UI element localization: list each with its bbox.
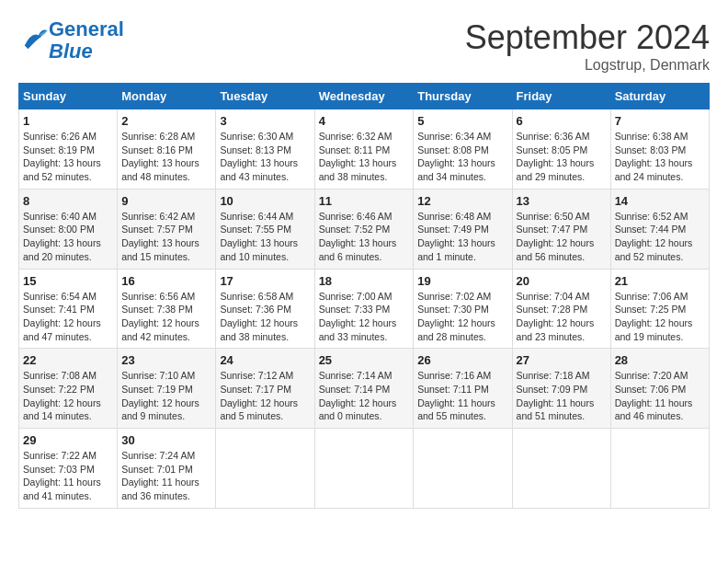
calendar-cell: 11Sunrise: 6:46 AM Sunset: 7:52 PM Dayli… <box>314 189 414 269</box>
day-info: Sunrise: 7:10 AM Sunset: 7:19 PM Dayligh… <box>121 369 211 423</box>
calendar-cell: 26Sunrise: 7:16 AM Sunset: 7:11 PM Dayli… <box>414 349 512 429</box>
day-number: 6 <box>517 114 607 128</box>
weekday-header-row: SundayMondayTuesdayWednesdayThursdayFrid… <box>19 84 710 109</box>
day-info: Sunrise: 6:48 AM Sunset: 7:49 PM Dayligh… <box>417 210 507 264</box>
calendar-cell: 20Sunrise: 7:04 AM Sunset: 7:28 PM Dayli… <box>512 269 610 349</box>
month-title: September 2024 <box>465 18 710 57</box>
day-number: 13 <box>517 194 607 208</box>
page-header: General Blue September 2024 Logstrup, De… <box>18 18 710 74</box>
calendar-week-4: 22Sunrise: 7:08 AM Sunset: 7:22 PM Dayli… <box>19 349 710 429</box>
title-block: September 2024 Logstrup, Denmark <box>465 18 710 74</box>
day-number: 28 <box>615 353 705 367</box>
day-number: 29 <box>23 433 113 447</box>
day-info: Sunrise: 7:22 AM Sunset: 7:03 PM Dayligh… <box>23 449 113 503</box>
day-number: 8 <box>23 194 113 208</box>
day-number: 22 <box>23 353 113 367</box>
day-number: 3 <box>220 114 310 128</box>
day-number: 10 <box>220 194 310 208</box>
calendar-cell: 25Sunrise: 7:14 AM Sunset: 7:14 PM Dayli… <box>314 349 414 429</box>
calendar-cell: 15Sunrise: 6:54 AM Sunset: 7:41 PM Dayli… <box>19 269 118 349</box>
calendar-week-1: 1Sunrise: 6:26 AM Sunset: 8:19 PM Daylig… <box>19 109 710 190</box>
day-number: 25 <box>319 353 410 367</box>
weekday-header-tuesday: Tuesday <box>216 84 314 109</box>
day-info: Sunrise: 7:24 AM Sunset: 7:01 PM Dayligh… <box>121 449 211 503</box>
logo-blue: Blue <box>49 40 93 63</box>
weekday-header-saturday: Saturday <box>610 84 709 109</box>
day-number: 30 <box>121 433 211 447</box>
weekday-header-friday: Friday <box>512 84 610 109</box>
logo-general: General <box>49 17 124 40</box>
calendar-cell: 5Sunrise: 6:34 AM Sunset: 8:08 PM Daylig… <box>414 109 512 190</box>
calendar-cell: 18Sunrise: 7:00 AM Sunset: 7:33 PM Dayli… <box>314 269 414 349</box>
day-info: Sunrise: 7:12 AM Sunset: 7:17 PM Dayligh… <box>220 369 310 423</box>
day-number: 20 <box>517 274 607 288</box>
calendar-cell: 6Sunrise: 6:36 AM Sunset: 8:05 PM Daylig… <box>512 109 610 190</box>
calendar-cell: 17Sunrise: 6:58 AM Sunset: 7:36 PM Dayli… <box>216 269 314 349</box>
day-number: 11 <box>319 194 410 208</box>
day-info: Sunrise: 6:26 AM Sunset: 8:19 PM Dayligh… <box>23 130 113 184</box>
location: Logstrup, Denmark <box>465 57 710 74</box>
day-number: 14 <box>615 194 705 208</box>
day-info: Sunrise: 6:38 AM Sunset: 8:03 PM Dayligh… <box>615 130 705 184</box>
day-info: Sunrise: 7:16 AM Sunset: 7:11 PM Dayligh… <box>417 369 507 423</box>
day-number: 18 <box>319 274 410 288</box>
calendar-cell <box>414 429 512 509</box>
day-number: 1 <box>23 114 113 128</box>
calendar-cell: 3Sunrise: 6:30 AM Sunset: 8:13 PM Daylig… <box>216 109 314 190</box>
day-number: 15 <box>23 274 113 288</box>
day-number: 27 <box>517 353 607 367</box>
day-info: Sunrise: 6:46 AM Sunset: 7:52 PM Dayligh… <box>319 210 410 264</box>
day-info: Sunrise: 6:40 AM Sunset: 8:00 PM Dayligh… <box>23 210 113 264</box>
day-info: Sunrise: 6:34 AM Sunset: 8:08 PM Dayligh… <box>417 130 507 184</box>
day-info: Sunrise: 7:04 AM Sunset: 7:28 PM Dayligh… <box>517 290 607 344</box>
calendar-cell <box>610 429 709 509</box>
calendar-cell: 22Sunrise: 7:08 AM Sunset: 7:22 PM Dayli… <box>19 349 118 429</box>
day-info: Sunrise: 7:02 AM Sunset: 7:30 PM Dayligh… <box>417 290 507 344</box>
calendar-cell <box>216 429 314 509</box>
calendar-cell: 14Sunrise: 6:52 AM Sunset: 7:44 PM Dayli… <box>610 189 709 269</box>
day-info: Sunrise: 6:36 AM Sunset: 8:05 PM Dayligh… <box>517 130 607 184</box>
day-number: 23 <box>121 353 211 367</box>
calendar-cell: 27Sunrise: 7:18 AM Sunset: 7:09 PM Dayli… <box>512 349 610 429</box>
day-number: 4 <box>319 114 410 128</box>
day-info: Sunrise: 7:14 AM Sunset: 7:14 PM Dayligh… <box>319 369 410 423</box>
calendar-cell: 19Sunrise: 7:02 AM Sunset: 7:30 PM Dayli… <box>414 269 512 349</box>
calendar-cell: 21Sunrise: 7:06 AM Sunset: 7:25 PM Dayli… <box>610 269 709 349</box>
day-info: Sunrise: 6:44 AM Sunset: 7:55 PM Dayligh… <box>220 210 310 264</box>
weekday-header-wednesday: Wednesday <box>314 84 414 109</box>
day-info: Sunrise: 6:32 AM Sunset: 8:11 PM Dayligh… <box>319 130 410 184</box>
calendar-cell: 23Sunrise: 7:10 AM Sunset: 7:19 PM Dayli… <box>118 349 216 429</box>
calendar-cell: 9Sunrise: 6:42 AM Sunset: 7:57 PM Daylig… <box>118 189 216 269</box>
calendar-cell: 24Sunrise: 7:12 AM Sunset: 7:17 PM Dayli… <box>216 349 314 429</box>
logo: General Blue <box>18 18 124 63</box>
day-number: 12 <box>417 194 507 208</box>
calendar-week-3: 15Sunrise: 6:54 AM Sunset: 7:41 PM Dayli… <box>19 269 710 349</box>
calendar-cell <box>314 429 414 509</box>
day-info: Sunrise: 6:58 AM Sunset: 7:36 PM Dayligh… <box>220 290 310 344</box>
calendar-cell: 30Sunrise: 7:24 AM Sunset: 7:01 PM Dayli… <box>118 429 216 509</box>
day-info: Sunrise: 7:18 AM Sunset: 7:09 PM Dayligh… <box>517 369 607 423</box>
day-number: 2 <box>121 114 211 128</box>
day-number: 7 <box>615 114 705 128</box>
day-info: Sunrise: 6:54 AM Sunset: 7:41 PM Dayligh… <box>23 290 113 344</box>
calendar-cell: 2Sunrise: 6:28 AM Sunset: 8:16 PM Daylig… <box>118 109 216 190</box>
day-info: Sunrise: 7:08 AM Sunset: 7:22 PM Dayligh… <box>23 369 113 423</box>
day-number: 17 <box>220 274 310 288</box>
weekday-header-monday: Monday <box>118 84 216 109</box>
day-number: 26 <box>417 353 507 367</box>
day-info: Sunrise: 7:00 AM Sunset: 7:33 PM Dayligh… <box>319 290 410 344</box>
day-info: Sunrise: 6:42 AM Sunset: 7:57 PM Dayligh… <box>121 210 211 264</box>
calendar-cell: 4Sunrise: 6:32 AM Sunset: 8:11 PM Daylig… <box>314 109 414 190</box>
day-info: Sunrise: 6:52 AM Sunset: 7:44 PM Dayligh… <box>615 210 705 264</box>
day-number: 9 <box>121 194 211 208</box>
day-info: Sunrise: 6:30 AM Sunset: 8:13 PM Dayligh… <box>220 130 310 184</box>
calendar-cell: 12Sunrise: 6:48 AM Sunset: 7:49 PM Dayli… <box>414 189 512 269</box>
day-number: 19 <box>417 274 507 288</box>
calendar-cell: 16Sunrise: 6:56 AM Sunset: 7:38 PM Dayli… <box>118 269 216 349</box>
day-number: 24 <box>220 353 310 367</box>
day-info: Sunrise: 6:28 AM Sunset: 8:16 PM Dayligh… <box>121 130 211 184</box>
weekday-header-sunday: Sunday <box>19 84 118 109</box>
calendar-week-5: 29Sunrise: 7:22 AM Sunset: 7:03 PM Dayli… <box>19 429 710 509</box>
calendar-cell: 13Sunrise: 6:50 AM Sunset: 7:47 PM Dayli… <box>512 189 610 269</box>
day-number: 5 <box>417 114 507 128</box>
